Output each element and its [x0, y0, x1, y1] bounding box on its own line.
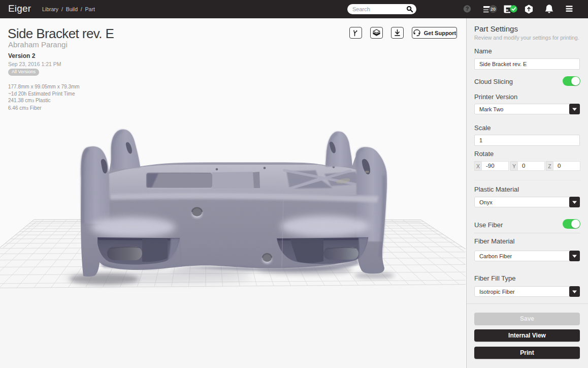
svg-text:20: 20: [491, 7, 496, 12]
svg-text:?: ?: [466, 6, 469, 12]
